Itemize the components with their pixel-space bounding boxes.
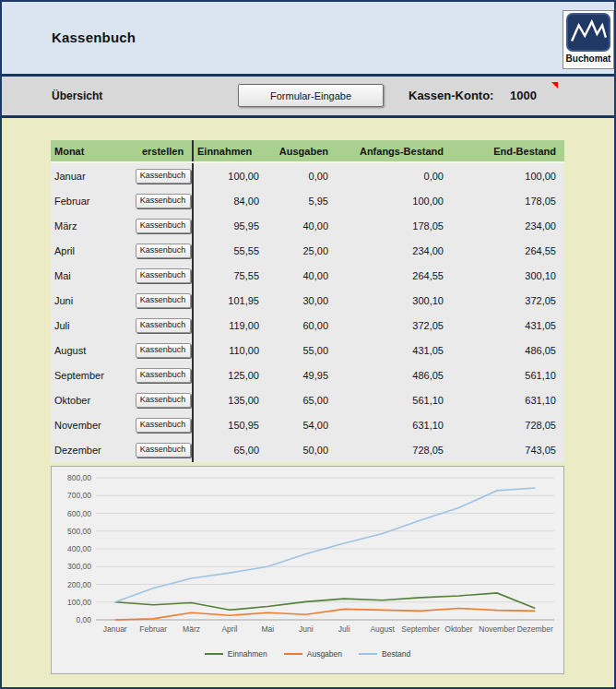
- erstellen-cell: Kassenbuch: [134, 288, 192, 313]
- end-bestand-value: 728,05: [452, 412, 564, 437]
- main-area: MonaterstellenEinnahmenAusgabenAnfangs-B…: [2, 118, 614, 687]
- column-header-ausgaben: Ausgaben: [267, 140, 337, 161]
- anfangs-bestand-value: 178,05: [337, 213, 452, 238]
- month-label: Dezember: [51, 437, 134, 462]
- month-label: August: [51, 338, 134, 362]
- erstellen-cell: Kassenbuch: [134, 437, 192, 462]
- kassenbuch-button[interactable]: Kassenbuch: [136, 194, 191, 208]
- x-axis-tick-label: August: [370, 624, 395, 634]
- y-axis-tick-label: 300,00: [67, 562, 91, 571]
- y-axis-tick-label: 100,00: [67, 598, 91, 607]
- x-axis-tick-label: Juni: [299, 624, 314, 634]
- column-header-anfangs-bestand: Anfangs-Bestand: [337, 140, 452, 161]
- erstellen-cell: Kassenbuch: [134, 163, 192, 188]
- ausgaben-value: 60,00: [267, 313, 337, 338]
- chart-panel: 0,00100,00200,00300,00400,00500,00600,00…: [51, 466, 564, 674]
- anfangs-bestand-value: 431,05: [337, 338, 452, 362]
- anfangs-bestand-value: 0,00: [337, 163, 452, 188]
- x-axis-tick-label: Juli: [338, 624, 350, 634]
- kassen-konto-label: Kassen-Konto:: [409, 89, 493, 102]
- ausgaben-value: 40,00: [267, 263, 337, 288]
- column-header-monat: Monat: [51, 140, 134, 161]
- end-bestand-value: 178,05: [452, 188, 564, 213]
- table-body: JanuarKassenbuch100,000,000,00100,00Febr…: [51, 163, 564, 462]
- einnahmen-value: 110,00: [192, 338, 267, 362]
- ausgaben-value: 50,00: [267, 437, 337, 462]
- kassenbuch-button[interactable]: Kassenbuch: [136, 293, 191, 308]
- line-chart: 0,00100,00200,00300,00400,00500,00600,00…: [52, 467, 563, 644]
- app-window: Kassenbuch Buchomat Übersicht Formular-E…: [0, 0, 616, 689]
- einnahmen-value: 101,95: [192, 288, 267, 313]
- comment-marker-icon: [551, 82, 558, 89]
- kassenbuch-button[interactable]: Kassenbuch: [136, 343, 191, 358]
- y-axis-tick-label: 400,00: [67, 544, 91, 553]
- toolbar: Übersicht Formular-Eingabe Kassen-Konto:…: [2, 77, 614, 115]
- table-row: JuniKassenbuch101,9530,00300,10372,05: [51, 288, 564, 313]
- einnahmen-value: 119,00: [192, 313, 267, 338]
- kassenbuch-button[interactable]: Kassenbuch: [136, 443, 191, 457]
- x-axis-tick-label: Januar: [103, 624, 127, 634]
- einnahmen-value: 95,95: [192, 213, 267, 238]
- legend-label: Einnahmen: [228, 649, 267, 659]
- month-label: Februar: [51, 188, 134, 213]
- table-row: FebruarKassenbuch84,005,95100,00178,05: [51, 188, 564, 213]
- anfangs-bestand-value: 486,05: [337, 362, 452, 387]
- ausgaben-value: 49,95: [267, 362, 337, 387]
- month-label: Juni: [51, 288, 134, 313]
- anfangs-bestand-value: 372,05: [337, 313, 452, 338]
- table-row: AugustKassenbuch110,0055,00431,05486,05: [51, 338, 564, 362]
- table-row: AprilKassenbuch55,5525,00234,00264,55: [51, 238, 564, 263]
- end-bestand-value: 300,10: [452, 263, 564, 288]
- end-bestand-value: 372,05: [452, 288, 564, 313]
- ausgaben-value: 25,00: [267, 238, 337, 263]
- kassenbuch-button[interactable]: Kassenbuch: [136, 318, 191, 333]
- kassenbuch-button[interactable]: Kassenbuch: [136, 368, 191, 383]
- end-bestand-value: 431,05: [452, 313, 564, 338]
- ausgaben-value: 54,00: [267, 412, 337, 437]
- anfangs-bestand-value: 234,00: [337, 238, 452, 263]
- erstellen-cell: Kassenbuch: [134, 188, 192, 213]
- column-header-erstellen: erstellen: [134, 140, 192, 161]
- month-label: März: [51, 213, 134, 238]
- legend-item-einnahmen: Einnahmen: [205, 649, 267, 659]
- x-axis-tick-label: März: [183, 624, 200, 634]
- kassenbuch-button[interactable]: Kassenbuch: [136, 393, 191, 408]
- legend-label: Bestand: [382, 649, 410, 659]
- uebersicht-label: Übersicht: [52, 89, 102, 102]
- month-label: November: [51, 412, 134, 437]
- kassenbuch-button[interactable]: Kassenbuch: [136, 244, 191, 258]
- end-bestand-value: 631,10: [452, 387, 564, 412]
- kassenbuch-button[interactable]: Kassenbuch: [136, 268, 191, 283]
- month-label: Januar: [51, 163, 134, 188]
- einnahmen-value: 65,00: [192, 437, 267, 462]
- page-title: Kassenbuch: [52, 30, 136, 45]
- end-bestand-value: 561,10: [452, 362, 564, 387]
- kassenbuch-button[interactable]: Kassenbuch: [136, 418, 191, 433]
- x-axis-tick-label: Mai: [262, 624, 275, 634]
- table-row: NovemberKassenbuch150,9554,00631,10728,0…: [51, 412, 564, 437]
- x-axis-tick-label: Oktober: [444, 624, 472, 634]
- kassen-konto-value[interactable]: 1000: [510, 89, 537, 102]
- column-header-einnahmen: Einnahmen: [192, 140, 267, 161]
- anfangs-bestand-value: 300,10: [337, 288, 452, 313]
- end-bestand-value: 234,00: [452, 213, 564, 238]
- table-row: JuliKassenbuch119,0060,00372,05431,05: [51, 313, 564, 338]
- x-axis-tick-label: April: [221, 624, 237, 634]
- legend-line-sample: [359, 653, 377, 655]
- einnahmen-value: 55,55: [192, 238, 267, 263]
- ausgaben-value: 40,00: [267, 213, 337, 238]
- table-header-row: MonaterstellenEinnahmenAusgabenAnfangs-B…: [51, 140, 564, 163]
- buchomat-logo: Buchomat: [563, 10, 614, 69]
- table-row: MaiKassenbuch75,5540,00264,55300,10: [51, 263, 564, 288]
- ausgaben-value: 65,00: [267, 387, 337, 412]
- erstellen-cell: Kassenbuch: [134, 238, 192, 263]
- erstellen-cell: Kassenbuch: [134, 412, 192, 437]
- end-bestand-value: 100,00: [452, 163, 564, 188]
- series-line-einnahmen: [115, 593, 536, 610]
- y-axis-tick-label: 0,00: [76, 615, 91, 624]
- month-label: April: [51, 238, 134, 263]
- kassenbuch-button[interactable]: Kassenbuch: [136, 169, 191, 184]
- kassenbuch-button[interactable]: Kassenbuch: [136, 219, 191, 233]
- formular-eingabe-button[interactable]: Formular-Eingabe: [238, 84, 384, 107]
- column-header-end-bestand: End-Bestand: [452, 140, 564, 161]
